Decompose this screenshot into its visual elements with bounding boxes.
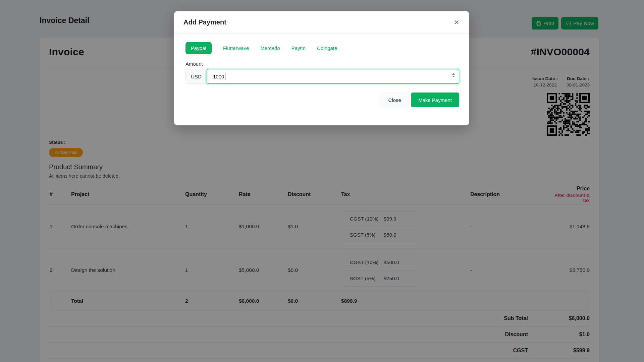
close-button[interactable]: Close [381,93,409,107]
tab-paytm[interactable]: Paytm [291,45,306,51]
tab-coingate[interactable]: Coingate [317,45,337,51]
amount-stepper[interactable] [452,73,455,77]
text-cursor [225,73,225,80]
modal-close-button[interactable]: × [453,18,460,26]
add-payment-modal: Add Payment × Paypal Flutterwave Mercado… [174,11,469,125]
stepper-down-icon[interactable] [452,76,455,77]
amount-label: Amount [185,61,459,67]
stepper-up-icon[interactable] [452,73,455,75]
payment-method-tabs: Paypal Flutterwave Mercado Paytm Coingat… [185,42,459,54]
close-icon: × [454,17,459,27]
amount-input[interactable] [207,69,459,84]
tab-flutterwave[interactable]: Flutterwave [223,45,249,51]
modal-title: Add Payment [183,18,226,26]
tab-mercado[interactable]: Mercado [260,45,280,51]
amount-input-group: USD [185,69,459,84]
make-payment-button[interactable]: Make Payment [411,93,459,107]
tab-paypal[interactable]: Paypal [185,42,212,54]
currency-prefix: USD [185,69,207,84]
